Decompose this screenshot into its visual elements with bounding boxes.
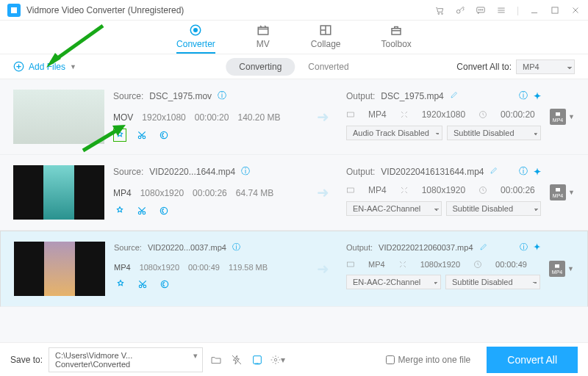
compress-icon[interactable]: ✦ — [534, 242, 540, 252]
thumbnail[interactable] — [13, 165, 104, 220]
info-icon[interactable]: ⓘ — [519, 165, 528, 178]
add-files-button[interactable]: Add Files ▼ — [13, 61, 76, 72]
source-filename: VID20220...0037.mp4 — [148, 243, 226, 252]
chevron-down-icon: ▼ — [567, 265, 574, 272]
thumbnail[interactable] — [14, 242, 105, 296]
compress-icon[interactable]: ✦ — [534, 167, 541, 177]
add-files-label: Add Files — [29, 62, 65, 72]
subtitle-select[interactable]: Subtitle Disabled — [447, 126, 541, 140]
chevron-down-icon: ▼ — [568, 113, 575, 120]
rename-icon[interactable] — [490, 166, 498, 177]
output-filename: VID20220212060037.mp4 — [379, 243, 473, 252]
svg-point-34 — [274, 358, 277, 361]
merge-checkbox[interactable]: Merge into one file — [386, 355, 471, 365]
output-format-button[interactable]: MP4▼ — [550, 184, 575, 200]
output-filename: DSC_1975.mp4 — [381, 91, 443, 101]
tab-collage-label: Collage — [311, 39, 341, 49]
menu-icon[interactable] — [496, 5, 506, 15]
maximize-icon[interactable] — [550, 5, 560, 15]
output-format-button[interactable]: MP4▼ — [549, 261, 574, 277]
seg-converted[interactable]: Converted — [295, 58, 362, 76]
rename-icon[interactable] — [450, 90, 459, 101]
source-label: Source: — [113, 91, 143, 101]
convert-all-label: Convert All to: — [456, 62, 512, 72]
feedback-icon[interactable] — [476, 5, 486, 15]
hw-accel-off-icon[interactable] — [229, 352, 244, 367]
format-badge: MP4 — [553, 193, 563, 198]
audio-track-select[interactable]: Audio Track Disabled — [346, 126, 442, 140]
output-filename: VID20220416131644.mp4 — [381, 167, 484, 177]
subtitle-select[interactable]: Subtitle Disabled — [445, 275, 540, 289]
tab-converter[interactable]: Converter — [176, 24, 215, 54]
cart-icon[interactable] — [434, 5, 445, 15]
convert-all-button[interactable]: Convert All — [487, 347, 578, 373]
audio-track-select[interactable]: EN-AAC-2Channel — [346, 201, 442, 216]
footer: Save to: C:\Users\Vidmore V... Converter… — [0, 342, 588, 376]
key-icon[interactable] — [455, 5, 465, 15]
out-format: MP4 — [368, 260, 385, 269]
rename-icon[interactable] — [479, 242, 488, 253]
seg-converting[interactable]: Converting — [226, 58, 295, 76]
output-format-button[interactable]: MP4▼ — [550, 109, 575, 125]
info-icon[interactable]: ⓘ — [520, 242, 528, 253]
settings-icon[interactable]: ▾ — [270, 352, 285, 367]
resolution-text: 1080x1920 — [140, 263, 179, 272]
duration-text: 00:00:26 — [193, 188, 227, 198]
resolution-text: 1920x1080 — [142, 112, 185, 123]
cut-icon[interactable] — [135, 204, 148, 217]
enhance-icon[interactable] — [157, 129, 171, 142]
enhance-icon[interactable] — [158, 278, 171, 291]
svg-text:ON: ON — [255, 361, 259, 365]
list-item[interactable]: Source:VID20220...1644.mp4ⓘ MP41080x1920… — [0, 155, 588, 231]
svg-point-16 — [160, 131, 167, 138]
save-path-select[interactable]: C:\Users\Vidmore V... Converter\Converte… — [49, 347, 203, 372]
svg-point-1 — [442, 12, 443, 14]
app-logo — [7, 4, 21, 17]
info-icon[interactable]: ⓘ — [519, 90, 528, 102]
close-icon[interactable] — [570, 5, 581, 15]
output-label: Output: — [346, 91, 375, 101]
arrow-icon: ➜ — [317, 108, 337, 126]
open-folder-icon[interactable] — [209, 352, 223, 367]
convert-all-format-select[interactable]: MP4 — [516, 59, 575, 74]
duration-text: 00:00:20 — [195, 112, 229, 123]
edit-icon[interactable] — [113, 204, 126, 217]
format-text: MOV — [113, 112, 133, 123]
list-item[interactable]: Source:DSC_1975.movⓘ MOV1920x108000:00:2… — [0, 79, 588, 155]
list-item[interactable]: Source:VID20220...0037.mp4ⓘ MP41080x1920… — [0, 231, 588, 307]
svg-point-0 — [438, 12, 440, 14]
tab-mv[interactable]: MV — [256, 24, 270, 54]
info-icon[interactable]: ⓘ — [232, 242, 240, 253]
thumbnail[interactable] — [13, 90, 104, 144]
resolution-text: 1080x1920 — [140, 188, 184, 198]
tab-toolbox-label: Toolbox — [381, 39, 412, 49]
format-text: MP4 — [113, 188, 132, 198]
minimize-icon[interactable] — [529, 5, 539, 15]
info-icon[interactable]: ⓘ — [218, 90, 226, 102]
edit-icon[interactable] — [113, 129, 126, 142]
info-icon[interactable]: ⓘ — [241, 165, 250, 178]
audio-track-select[interactable]: EN-AAC-2Channel — [346, 275, 441, 289]
enhance-icon[interactable] — [157, 204, 171, 217]
tab-toolbox[interactable]: Toolbox — [381, 24, 412, 54]
compress-icon[interactable]: ✦ — [534, 91, 541, 101]
out-resolution: 1920x1080 — [422, 109, 465, 120]
tab-mv-label: MV — [257, 39, 270, 49]
svg-rect-17 — [348, 112, 354, 117]
arrow-icon: ➜ — [317, 184, 337, 201]
subtitle-select[interactable]: Subtitle Disabled — [446, 201, 542, 216]
cut-icon[interactable] — [136, 278, 149, 291]
tab-collage[interactable]: Collage — [311, 24, 341, 54]
high-speed-icon[interactable]: ON — [250, 352, 265, 367]
source-filename: VID20220...1644.mp4 — [149, 167, 235, 177]
cut-icon[interactable] — [135, 129, 148, 142]
tab-converter-label: Converter — [176, 39, 215, 49]
duration-text: 00:00:49 — [188, 263, 220, 272]
svg-point-22 — [160, 207, 167, 214]
merge-checkbox-input[interactable] — [386, 355, 395, 364]
svg-point-2 — [456, 10, 460, 13]
edit-icon[interactable] — [114, 278, 127, 291]
size-text: 140.20 MB — [237, 112, 280, 123]
out-format: MP4 — [368, 185, 387, 195]
chevron-down-icon: ▼ — [568, 189, 575, 196]
